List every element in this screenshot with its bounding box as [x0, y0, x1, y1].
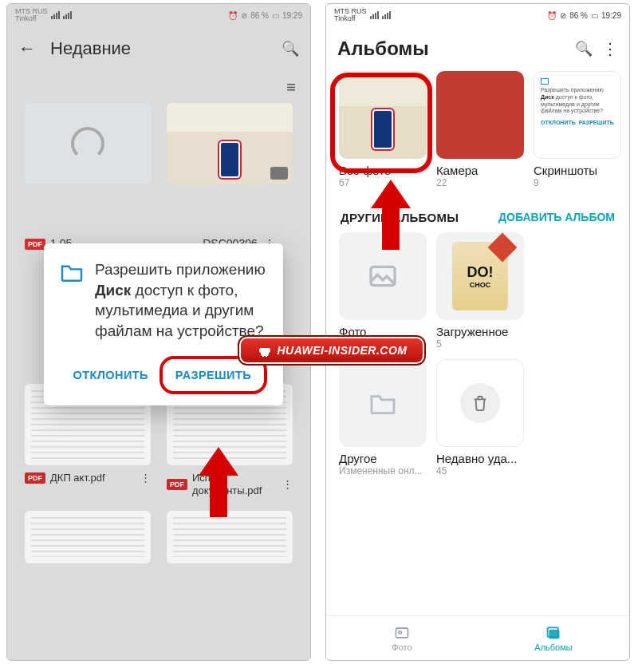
cookies-pack-icon: DO!CHOC: [452, 242, 508, 310]
tab-label: Фото: [392, 642, 412, 652]
add-album-button[interactable]: ДОБАВИТЬ АЛЬБОМ: [498, 211, 615, 224]
svg-point-2: [399, 630, 401, 633]
image-icon: [367, 260, 399, 292]
more-icon[interactable]: [602, 39, 618, 58]
watermark-text: HUAWEI-INSIDER.COM: [278, 344, 408, 357]
permission-dialog: Разрешить приложению Диск доступ к фото,…: [44, 243, 283, 405]
search-icon[interactable]: [575, 40, 593, 57]
album-screenshots[interactable]: Разрешить приложению Диск доступ к фото,…: [534, 71, 621, 188]
album-name: Скриншоты: [534, 164, 621, 177]
albums-icon: [545, 625, 561, 641]
album-photos[interactable]: Фото 3: [339, 232, 427, 350]
dialog-text: Разрешить приложению Диск доступ к фото,…: [95, 259, 267, 342]
trash-icon: [471, 394, 489, 412]
pdf-thumb[interactable]: [25, 511, 151, 563]
deny-button[interactable]: ОТКЛОНИТЬ: [65, 356, 156, 394]
album-name: Недавно уда...: [436, 452, 524, 465]
albums-featured: Все фото 67 Камера 22 Разрешить приложен…: [326, 71, 629, 188]
album-name: Другое: [339, 452, 427, 465]
album-count: 22: [436, 177, 524, 188]
bottom-nav: Фото Альбомы: [326, 615, 629, 660]
annotation-arrow-icon: [199, 447, 238, 517]
photo-thumb: [167, 103, 293, 184]
headphones-icon: [25, 103, 151, 184]
search-icon[interactable]: [282, 40, 299, 57]
file-photo[interactable]: [167, 103, 293, 184]
album-name: Камера: [436, 164, 524, 177]
tab-photos[interactable]: Фото: [326, 616, 478, 660]
album-thumb: [436, 71, 524, 159]
album-thumb: [339, 359, 427, 447]
huawei-logo-icon: [257, 344, 273, 357]
album-count: 45: [436, 465, 524, 476]
album-sub: Измененные онл...: [339, 465, 427, 476]
album-other[interactable]: Другое Измененные онл...: [339, 359, 427, 476]
pdf-badge-icon: PDF: [25, 239, 45, 250]
album-all-photos[interactable]: Все фото 67: [339, 71, 427, 188]
svg-rect-1: [396, 628, 408, 638]
tab-albums[interactable]: Альбомы: [478, 616, 629, 660]
album-thumb: [339, 71, 427, 159]
annotation-arrow-icon: [371, 180, 411, 250]
file-audio[interactable]: [25, 103, 151, 184]
shared-badge-icon: [270, 167, 288, 180]
folder-icon: [60, 263, 84, 282]
album-thumb: [436, 359, 524, 447]
page-title: Альбомы: [337, 38, 565, 60]
phone-left: MTS RUSTinkoff ⏰⊘ 86 % ▭ 19:29 Недавние …: [6, 3, 311, 661]
status-bar: MTS RUSTinkoff ⏰⊘ 86 %▭ 19:29: [326, 4, 629, 26]
phone-right: MTS RUSTinkoff ⏰⊘ 86 %▭ 19:29 Альбомы Вс…: [325, 3, 630, 661]
allow-button[interactable]: РАЗРЕШИТЬ: [167, 362, 259, 388]
folder-icon: [541, 78, 549, 85]
pdf-thumb[interactable]: [167, 511, 293, 563]
album-count: 5: [436, 338, 524, 350]
watermark: HUAWEI-INSIDER.COM: [239, 337, 424, 364]
tab-label: Альбомы: [534, 642, 572, 652]
album-camera[interactable]: Камера 22: [436, 71, 524, 188]
album-thumb: Разрешить приложению Диск доступ к фото,…: [534, 71, 621, 159]
album-name: Загруженное: [436, 325, 524, 338]
album-name: Все фото: [339, 164, 427, 177]
album-thumb: DO!CHOC: [436, 232, 524, 320]
photo-icon: [394, 625, 410, 641]
header-right: Альбомы: [326, 26, 629, 71]
folder-icon: [369, 392, 396, 414]
album-count: 9: [534, 177, 621, 188]
album-downloads[interactable]: DO!CHOC Загруженное 5: [436, 232, 524, 350]
album-trash[interactable]: Недавно уда... 45: [436, 359, 524, 476]
